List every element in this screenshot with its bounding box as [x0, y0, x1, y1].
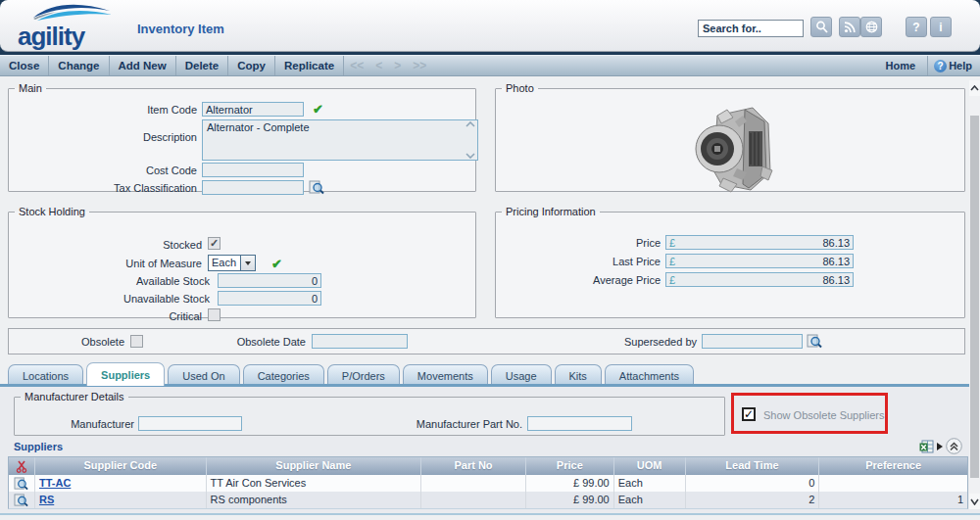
description-textarea[interactable]: Alternator - Complete [202, 119, 478, 161]
rss-button[interactable] [839, 17, 860, 37]
col-lead-time[interactable]: Lead Time [686, 457, 820, 475]
unavailable-stock-input[interactable] [218, 291, 321, 306]
tax-lookup-button[interactable] [309, 180, 324, 195]
web-button[interactable] [860, 17, 882, 37]
change-button[interactable]: Change [49, 56, 109, 75]
currency-symbol: £ [669, 256, 675, 267]
table-row[interactable]: RS RS components £ 99.00 Each 2 1 [9, 492, 967, 508]
superseded-lookup-button[interactable] [807, 334, 822, 349]
col-supplier-code[interactable]: Supplier Code [35, 457, 207, 475]
item-code-input[interactable] [202, 102, 304, 117]
tab-used-on[interactable]: Used On [168, 364, 239, 386]
nav-prev-button[interactable]: < [369, 56, 388, 75]
home-button[interactable]: Home [874, 60, 928, 71]
tab-movements[interactable]: Movements [403, 364, 488, 386]
suppliers-heading: Suppliers [14, 441, 63, 452]
tax-classification-label: Tax Classification [9, 182, 197, 194]
col-uom[interactable]: UOM [614, 457, 686, 475]
stocked-checkbox[interactable] [208, 237, 220, 250]
replicate-button[interactable]: Replicate [275, 56, 344, 75]
item-code-label: Item Code [9, 104, 197, 116]
cost-code-input[interactable] [202, 163, 304, 177]
superseded-input[interactable] [702, 334, 803, 349]
uom-valid-icon: ✔ [271, 258, 282, 270]
scrollbar-thumb[interactable] [970, 116, 979, 478]
tab-usage[interactable]: Usage [491, 364, 552, 386]
row-lookup-button[interactable] [9, 475, 35, 492]
critical-checkbox[interactable] [208, 308, 220, 321]
manufacturer-part-no-input[interactable] [527, 416, 632, 431]
description-scroll[interactable] [465, 121, 476, 159]
help-button[interactable]: ? [906, 17, 927, 37]
nav-last-button[interactable]: >> [407, 56, 432, 75]
tab-p-orders[interactable]: P/Orders [327, 364, 400, 386]
pricing-section: Pricing Information Price £ 86.13 Last P… [495, 206, 965, 318]
uom-dropdown-button[interactable] [240, 256, 255, 270]
obsolete-checkbox[interactable] [130, 335, 143, 348]
page-scrollbar[interactable] [969, 80, 980, 509]
photo-section: Photo [495, 82, 965, 192]
alternator-photo [688, 102, 774, 196]
chevron-down-icon [970, 498, 979, 505]
close-button[interactable]: Close [0, 56, 49, 75]
obsolete-date-label: Obsolete Date [229, 336, 306, 348]
scrollbar-up-button[interactable] [969, 80, 980, 96]
table-row[interactable]: TT-AC TT Air Con Services £ 99.00 Each 0 [9, 475, 967, 492]
obsolete-bar: Obsolete Obsolete Date Superseded by [8, 328, 965, 355]
cost-code-label: Cost Code [9, 165, 197, 176]
available-stock-input[interactable] [218, 273, 321, 288]
add-new-button[interactable]: Add New [110, 56, 176, 75]
last-price-input[interactable]: £ 86.13 [665, 254, 854, 268]
search-button[interactable] [810, 17, 832, 37]
show-obsolete-suppliers-checkbox[interactable]: ✓ [742, 407, 756, 421]
info-button[interactable]: i [930, 17, 952, 37]
tab-strip: Locations Suppliers Used On Categories P… [8, 362, 697, 386]
average-price-input[interactable]: £ 86.13 [665, 272, 854, 287]
price-value: 86.13 [822, 237, 850, 249]
search-input[interactable] [698, 20, 804, 37]
main-section: Main Item Code ✔ Description Alternator … [8, 82, 476, 192]
item-code-valid-icon: ✔ [313, 103, 323, 116]
description-value: Alternator - Complete [207, 121, 310, 133]
row-lookup-button[interactable] [9, 492, 35, 508]
nav-next-button[interactable]: > [388, 56, 407, 75]
manufacturer-part-no-label: Manufacturer Part No. [407, 418, 522, 430]
delete-button[interactable]: Delete [176, 56, 229, 75]
more-options-icon[interactable] [937, 443, 943, 450]
scrollbar-down-button[interactable] [969, 494, 980, 509]
tab-kits[interactable]: Kits [555, 364, 602, 386]
help-label: Help [949, 60, 972, 71]
photo-legend: Photo [502, 82, 538, 94]
currency-symbol: £ [669, 237, 675, 249]
last-price-label: Last Price [496, 256, 661, 267]
export-excel-icon[interactable] [919, 440, 934, 453]
tab-categories[interactable]: Categories [243, 364, 324, 386]
copy-button[interactable]: Copy [228, 56, 275, 75]
supplier-code-link[interactable]: RS [39, 494, 54, 505]
price-cell: £ 99.00 [526, 492, 614, 508]
col-price[interactable]: Price [526, 457, 614, 475]
grid-toolbar [919, 438, 962, 454]
obsolete-date-input[interactable] [312, 334, 408, 349]
manufacturer-input[interactable] [138, 416, 242, 431]
highlight-annotation: ✓ Show Obsolete Suppliers [731, 393, 888, 434]
uom-cell: Each [614, 492, 686, 508]
obsolete-label: Obsolete [48, 336, 124, 348]
agility-logo: agility [14, 2, 127, 49]
col-part-no[interactable]: Part No [421, 457, 526, 475]
suppliers-table: Supplier Code Supplier Name Part No Pric… [8, 456, 968, 509]
tab-suppliers[interactable]: Suppliers [86, 362, 165, 386]
collapse-panel-icon[interactable] [946, 438, 962, 454]
nav-first-button[interactable]: << [344, 56, 369, 75]
average-price-label: Average Price [496, 274, 661, 286]
tab-attachments[interactable]: Attachments [605, 364, 694, 386]
supplier-code-link[interactable]: TT-AC [39, 477, 71, 489]
col-preference[interactable]: Preference [819, 457, 967, 475]
tab-locations[interactable]: Locations [8, 364, 83, 386]
uom-select[interactable]: Each [208, 255, 256, 271]
page-title: Inventory Item [137, 22, 224, 36]
tax-classification-input[interactable] [202, 180, 304, 195]
help-link[interactable]: ? Help [927, 56, 980, 75]
price-input[interactable]: £ 86.13 [665, 235, 854, 250]
col-supplier-name[interactable]: Supplier Name [207, 457, 422, 475]
